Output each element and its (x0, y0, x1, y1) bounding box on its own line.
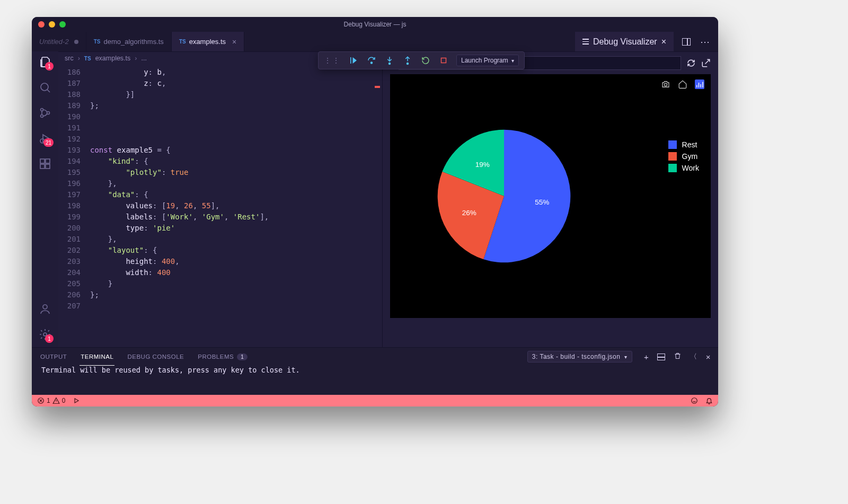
line-number: 189 (58, 100, 90, 111)
close-tab-icon[interactable]: × (661, 37, 666, 47)
code-line[interactable]: 206}; (58, 289, 382, 300)
drag-handle-icon[interactable]: ⋮⋮ (324, 56, 341, 65)
terminal-select[interactable]: 3: Task - build - tsconfig.json ▾ (527, 351, 632, 362)
legend-item[interactable]: Gym (668, 152, 699, 161)
code-line[interactable]: 196 }, (58, 178, 382, 189)
panel-tab-debug-console[interactable]: DEBUG CONSOLE (126, 348, 185, 366)
close-panel-icon[interactable]: × (706, 352, 711, 361)
status-run[interactable] (73, 397, 80, 404)
code-text: height: 400, (90, 256, 180, 267)
step-into-button[interactable] (384, 55, 395, 66)
refresh-icon[interactable] (686, 58, 696, 68)
panel-tab-output[interactable]: OUTPUT (39, 348, 68, 366)
line-number: 187 (58, 78, 90, 89)
chevron-down-icon: ▾ (511, 58, 514, 64)
maximize-panel-icon[interactable]: 〈 (690, 352, 697, 361)
svg-point-5 (41, 83, 48, 91)
line-number: 203 (58, 256, 90, 267)
continue-button[interactable] (348, 55, 359, 66)
code-line[interactable]: 194 "kind": { (58, 156, 382, 167)
tab-debug-visualizer[interactable]: Debug Visualizer × (575, 32, 674, 51)
breadcrumb-more[interactable]: ... (142, 55, 147, 62)
code-line[interactable]: 191 (58, 122, 382, 134)
more-actions-icon[interactable]: ⋯ (700, 36, 710, 48)
line-number: 190 (58, 111, 90, 122)
code-line[interactable]: 197 "data": { (58, 189, 382, 200)
extensions-icon[interactable] (39, 157, 51, 170)
code-line[interactable]: 188 }] (58, 89, 382, 100)
accounts-icon[interactable] (39, 303, 51, 315)
status-bell-icon[interactable] (705, 397, 713, 404)
code-text: }, (90, 234, 117, 245)
split-terminal-icon[interactable] (657, 353, 665, 360)
line-number: 188 (58, 89, 90, 100)
code-line[interactable]: 207 (58, 300, 382, 312)
launch-config-select[interactable]: Launch Program ▾ (456, 55, 519, 66)
line-number: 196 (58, 178, 90, 189)
debug-icon[interactable]: 21 (39, 132, 51, 145)
code-line[interactable]: 190 (58, 111, 382, 122)
split-editor-icon[interactable] (682, 38, 691, 46)
code-line[interactable]: 200 type: 'pie' (58, 223, 382, 234)
code-line[interactable]: 201 }, (58, 234, 382, 245)
code-editor[interactable]: src › TS examples.ts › ... 186 y: b,187 … (58, 52, 383, 347)
debug-toolbar[interactable]: ⋮⋮ Launch Program ▾ (318, 51, 525, 69)
svg-point-1 (371, 62, 373, 64)
line-number: 193 (58, 145, 90, 156)
code-line[interactable]: 195 "plotly": true (58, 167, 382, 178)
close-tab-icon[interactable]: × (232, 38, 236, 46)
status-problems[interactable]: 1 0 (37, 397, 65, 404)
tab-untitled[interactable]: Untitled-2 (32, 32, 86, 51)
legend-swatch (668, 140, 677, 149)
svg-point-7 (41, 115, 43, 118)
explorer-icon[interactable]: 1 (39, 56, 51, 68)
panel-tab-terminal[interactable]: TERMINAL (80, 348, 114, 366)
trash-icon[interactable] (674, 352, 682, 361)
code-line[interactable]: 205 } (58, 278, 382, 289)
code-line[interactable]: 199 labels: ['Work', 'Gym', 'Rest'], (58, 211, 382, 223)
breadcrumb-file[interactable]: examples.ts (95, 55, 131, 62)
tab-examples[interactable]: TS examples.ts × (172, 32, 244, 51)
code-line[interactable]: 189}; (58, 100, 382, 111)
line-number: 191 (58, 122, 90, 134)
chart-legend: RestGymWork (668, 140, 699, 172)
popout-icon[interactable] (701, 58, 711, 68)
legend-swatch (668, 152, 677, 161)
tab-demo-algorithms[interactable]: TS demo_algorithms.ts (86, 32, 172, 51)
legend-item[interactable]: Work (668, 164, 699, 172)
main-body: 1 21 1 (32, 51, 718, 347)
code-line[interactable]: 202 "layout": { (58, 245, 382, 256)
editor-tabbar: Untitled-2 TS demo_algorithms.ts TS exam… (32, 32, 718, 51)
bottom-panel: OUTPUT TERMINAL DEBUG CONSOLE PROBLEMS 1… (32, 347, 718, 395)
code-line[interactable]: 203 height: 400, (58, 256, 382, 267)
legend-label: Gym (682, 152, 698, 161)
code-line[interactable]: 192 (58, 134, 382, 145)
code-text: labels: ['Work', 'Gym', 'Rest'], (90, 211, 269, 223)
badge: 1 (45, 62, 54, 70)
code-text: "data": { (90, 189, 148, 200)
code-line[interactable]: 187 z: c, (58, 78, 382, 89)
step-over-button[interactable] (366, 55, 377, 66)
code-text: const example5 = { (90, 145, 171, 156)
step-out-button[interactable] (402, 55, 413, 66)
new-terminal-icon[interactable]: + (644, 352, 649, 361)
modified-indicator-icon (74, 40, 78, 44)
restart-button[interactable] (420, 55, 431, 66)
settings-icon[interactable]: 1 (39, 328, 51, 341)
terminal-content[interactable]: Terminal will be reused by tasks, press … (32, 366, 718, 395)
ts-icon: TS (84, 56, 91, 61)
code-line[interactable]: 193const example5 = { (58, 145, 382, 156)
stop-button[interactable] (438, 55, 449, 66)
line-number: 192 (58, 134, 90, 145)
panel-tab-problems[interactable]: PROBLEMS 1 (197, 348, 249, 366)
debug-visualizer-panel: ▸ 55%26%19% (383, 52, 718, 347)
source-control-icon[interactable] (39, 107, 51, 119)
code-line[interactable]: 204 width: 400 (58, 267, 382, 278)
code-line[interactable]: 198 values: [19, 26, 55], (58, 200, 382, 211)
breadcrumb-folder[interactable]: src (65, 55, 74, 62)
code-content[interactable]: 186 y: b,187 z: c,188 }]189};19019119219… (58, 65, 382, 347)
search-icon[interactable] (39, 81, 51, 94)
line-number: 186 (58, 67, 90, 78)
legend-item[interactable]: Rest (668, 140, 699, 149)
status-feedback-icon[interactable] (691, 397, 698, 404)
